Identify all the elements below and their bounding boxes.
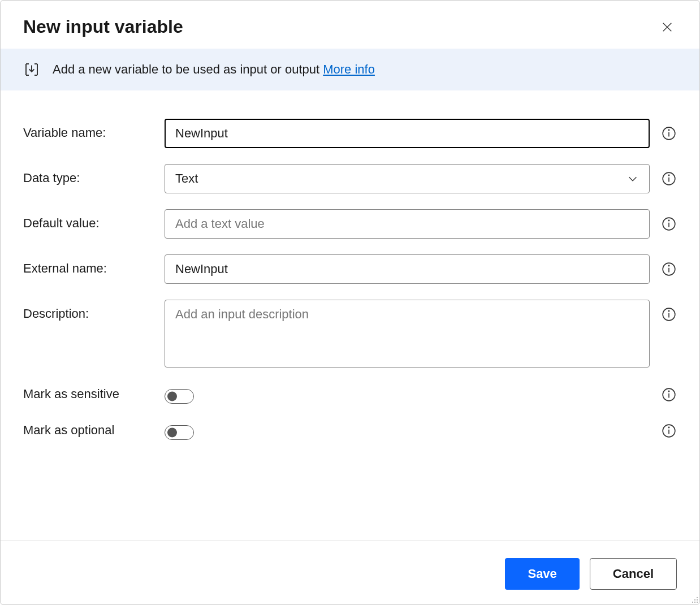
label-variable-name: Variable name: (23, 119, 153, 140)
svg-point-5 (668, 129, 669, 130)
save-button[interactable]: Save (505, 558, 579, 590)
row-data-type: Data type: Text (23, 164, 677, 193)
row-default-value: Default value: (23, 209, 677, 239)
info-icon[interactable] (661, 306, 677, 322)
dialog-footer: Save Cancel (1, 541, 699, 604)
info-icon[interactable] (661, 126, 677, 141)
row-variable-name: Variable name: (23, 119, 677, 148)
svg-point-20 (668, 391, 669, 391)
info-icon[interactable] (661, 387, 677, 403)
dialog-header: New input variable (1, 1, 699, 49)
data-type-value: Text (175, 171, 198, 186)
svg-point-29 (697, 602, 698, 603)
svg-point-28 (694, 602, 695, 603)
close-icon (661, 21, 673, 33)
mark-optional-toggle[interactable] (165, 425, 194, 440)
svg-point-11 (668, 220, 669, 221)
dialog-title: New input variable (23, 16, 183, 37)
default-value-input[interactable] (165, 209, 650, 239)
banner-text: Add a new variable to be used as input o… (53, 62, 375, 77)
mark-sensitive-toggle[interactable] (165, 389, 194, 404)
form-body: Variable name: Data type: Text Default v… (1, 90, 699, 541)
info-icon[interactable] (661, 216, 677, 232)
close-button[interactable] (658, 18, 677, 37)
row-external-name: External name: (23, 254, 677, 284)
svg-point-26 (697, 599, 698, 600)
svg-point-23 (668, 427, 669, 427)
svg-point-24 (697, 597, 698, 598)
svg-point-27 (692, 602, 693, 603)
row-description: Description: (23, 300, 677, 368)
input-variable-icon (23, 61, 40, 78)
info-banner: Add a new variable to be used as input o… (1, 49, 699, 90)
info-icon[interactable] (661, 261, 677, 277)
label-description: Description: (23, 300, 153, 321)
resize-grip-icon[interactable] (689, 594, 698, 603)
info-icon[interactable] (661, 171, 677, 187)
row-mark-optional: Mark as optional (23, 420, 677, 440)
info-icon[interactable] (661, 423, 677, 439)
row-mark-sensitive: Mark as sensitive (23, 383, 677, 404)
variable-name-input[interactable] (165, 119, 650, 148)
label-data-type: Data type: (23, 164, 153, 185)
chevron-down-icon (626, 172, 639, 185)
cancel-button[interactable]: Cancel (590, 558, 677, 590)
label-external-name: External name: (23, 254, 153, 276)
svg-point-14 (668, 265, 669, 266)
label-default-value: Default value: (23, 209, 153, 231)
label-mark-sensitive: Mark as sensitive (23, 383, 153, 401)
svg-point-8 (668, 175, 669, 175)
more-info-link[interactable]: More info (323, 62, 375, 76)
description-input[interactable] (165, 300, 650, 368)
external-name-input[interactable] (165, 254, 650, 284)
svg-point-17 (668, 310, 669, 311)
data-type-select[interactable]: Text (165, 164, 650, 193)
label-mark-optional: Mark as optional (23, 420, 153, 438)
svg-point-25 (694, 599, 695, 600)
